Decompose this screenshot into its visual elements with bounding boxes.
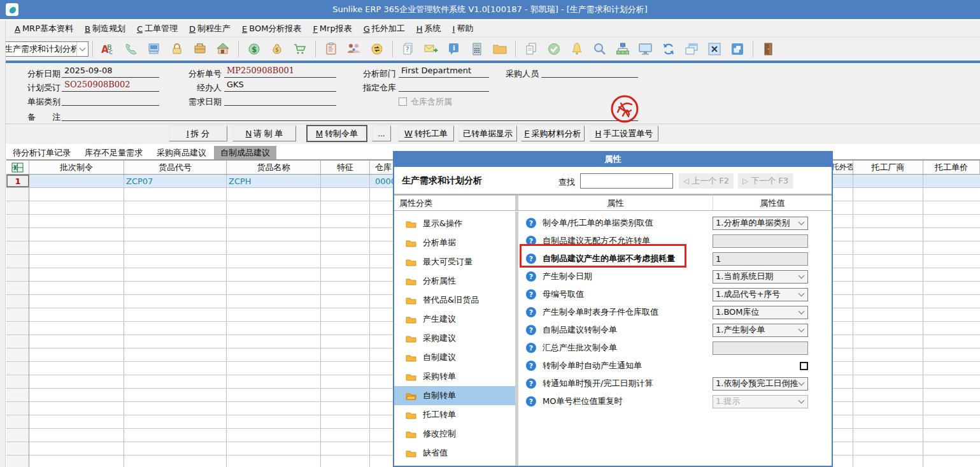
- menu-help[interactable]: I帮助: [447, 22, 479, 36]
- find-prev-button[interactable]: ◁ 上一个 F2: [679, 173, 734, 189]
- help-icon[interactable]: ?: [526, 289, 536, 299]
- tab-purchase-suggestion[interactable]: 采购商品建议: [150, 146, 213, 159]
- category-item[interactable]: 修改控制: [394, 424, 515, 443]
- analysis-date-field[interactable]: 2025-09-08: [62, 66, 159, 78]
- computer-icon[interactable]: [146, 41, 162, 57]
- category-item[interactable]: 采购建议: [394, 329, 515, 348]
- col-batch-mo[interactable]: 批次制令: [29, 161, 124, 174]
- cascade-windows-icon[interactable]: [683, 41, 700, 57]
- category-item[interactable]: 最大可受订量: [394, 252, 515, 271]
- help-document-icon[interactable]: ?: [400, 41, 416, 57]
- property-dropdown[interactable]: 1.BOM库位: [713, 306, 808, 319]
- category-item[interactable]: 分析属性: [394, 271, 515, 291]
- category-item[interactable]: 托工转单: [394, 405, 515, 424]
- demand-date-field[interactable]: [224, 94, 336, 106]
- property-dropdown[interactable]: 1.成品代号+序号: [713, 288, 808, 301]
- money-bag-icon[interactable]: $: [269, 41, 285, 57]
- property-input[interactable]: 1: [713, 252, 808, 266]
- warehouse-field[interactable]: [399, 80, 489, 92]
- restore-window-icon[interactable]: [729, 41, 746, 57]
- monitor-icon[interactable]: [637, 41, 654, 57]
- category-item[interactable]: 显示&操作: [394, 214, 515, 233]
- split-button[interactable]: I拆 分: [169, 126, 227, 141]
- copy-documents-icon[interactable]: [523, 41, 539, 57]
- dept-field[interactable]: First Department: [399, 66, 489, 78]
- col-feature[interactable]: 特征: [321, 161, 370, 174]
- shopping-cart-icon[interactable]: [292, 41, 308, 57]
- help-icon[interactable]: ?: [526, 325, 536, 335]
- menu-bom-report[interactable]: EBOM分析报表: [236, 22, 307, 36]
- purchase-material-analysis-button[interactable]: F采购材料分析: [521, 126, 585, 141]
- tab-stock-shortage[interactable]: 库存不足量需求: [78, 146, 149, 159]
- dollar-coin-icon[interactable]: $: [246, 41, 262, 57]
- info-bubble-icon[interactable]: i: [446, 41, 462, 57]
- property-input[interactable]: [713, 234, 808, 248]
- search-icon[interactable]: [592, 41, 608, 57]
- col-outsource-vendor[interactable]: 托工厂商: [853, 161, 923, 174]
- category-item-selected[interactable]: 自制转单: [394, 386, 515, 405]
- to-outsource-button[interactable]: W转托工单: [398, 126, 454, 141]
- module-select[interactable]: 生产需求和计划分析: [2, 41, 89, 57]
- category-item[interactable]: 采购转单: [394, 367, 515, 386]
- help-icon[interactable]: ?: [526, 378, 536, 389]
- to-mo-button[interactable]: M转制令单: [307, 126, 367, 141]
- menu-mrp-report[interactable]: FMrp报表: [307, 22, 357, 36]
- lock-icon[interactable]: [169, 41, 185, 57]
- help-icon[interactable]: ?: [526, 361, 536, 371]
- col-outsource-price[interactable]: 托工单价: [923, 161, 980, 174]
- col-item-code[interactable]: 货品代号: [124, 161, 227, 174]
- tab-selfmade-suggestion[interactable]: 自制成品建议: [214, 146, 276, 159]
- col-item-name[interactable]: 货品名称: [227, 161, 321, 174]
- show-transferred-button[interactable]: 已转单据显示: [458, 126, 517, 141]
- home-icon[interactable]: [215, 41, 231, 57]
- calculator-icon[interactable]: [469, 41, 485, 57]
- clipboard-icon[interactable]: [323, 41, 339, 57]
- bell-icon[interactable]: [569, 41, 585, 57]
- property-dropdown[interactable]: 1.依制令预完工日倒推: [713, 377, 808, 391]
- users-icon[interactable]: [346, 41, 362, 57]
- excel-export-icon[interactable]: [6, 161, 29, 174]
- abc-letters-icon[interactable]: ABc: [100, 41, 117, 57]
- menu-mrp-base[interactable]: AMRP基本资料: [9, 22, 79, 36]
- property-dropdown[interactable]: 1.分析单的单据类别: [713, 217, 808, 230]
- menu-process-production[interactable]: D制程生产: [183, 22, 236, 36]
- close-window-icon[interactable]: [706, 41, 723, 57]
- cell-item-name[interactable]: ZCPH: [227, 175, 321, 187]
- request-doc-button[interactable]: N请 制 单: [232, 126, 296, 141]
- refresh-icon[interactable]: [660, 41, 677, 57]
- menu-workorder[interactable]: C工单管理: [131, 22, 183, 36]
- property-dropdown[interactable]: 1.当前系统日期: [713, 270, 808, 284]
- check-circle-icon[interactable]: [546, 41, 562, 57]
- category-item[interactable]: 产生建议: [394, 310, 515, 329]
- row-number[interactable]: 1: [6, 175, 29, 187]
- more-button[interactable]: ...: [372, 126, 391, 141]
- folder-icon[interactable]: [492, 41, 508, 57]
- tab-pending-orders[interactable]: 待分析订单记录: [6, 146, 77, 159]
- warehouse-incl-checkbox[interactable]: [399, 97, 407, 106]
- help-icon[interactable]: ?: [526, 271, 536, 282]
- property-dropdown[interactable]: 1.产生制令单: [713, 324, 808, 337]
- help-icon[interactable]: ?: [526, 218, 536, 228]
- mail-forward-icon[interactable]: [423, 41, 439, 57]
- briefcase-icon[interactable]: [192, 41, 208, 57]
- phone-icon[interactable]: [123, 41, 139, 57]
- menu-system[interactable]: H系统: [411, 22, 447, 36]
- buyer-field[interactable]: [541, 66, 638, 78]
- handler-field[interactable]: GKS: [224, 80, 336, 92]
- analysis-no-field[interactable]: MP250908B001: [224, 66, 336, 78]
- col-outsourced[interactable]: 托外否: [833, 161, 853, 174]
- plan-order-field[interactable]: SO250908B002: [62, 80, 159, 92]
- find-input[interactable]: [580, 173, 673, 189]
- property-input[interactable]: [713, 341, 808, 355]
- doc-type-field[interactable]: [62, 94, 159, 106]
- menu-manufacture-plan[interactable]: B制造规划: [79, 22, 131, 36]
- help-icon[interactable]: ?: [526, 307, 536, 317]
- find-next-button[interactable]: ▷ 下一个 F3: [738, 173, 793, 189]
- property-checkbox[interactable]: [800, 362, 808, 370]
- help-icon[interactable]: ?: [526, 343, 536, 353]
- menu-outsourcing[interactable]: G托外加工: [358, 22, 411, 36]
- remark-field[interactable]: [62, 109, 638, 121]
- org-chart-icon[interactable]: [614, 41, 631, 57]
- category-item[interactable]: 缺省值: [394, 443, 515, 463]
- category-item[interactable]: 自制建议: [394, 348, 515, 367]
